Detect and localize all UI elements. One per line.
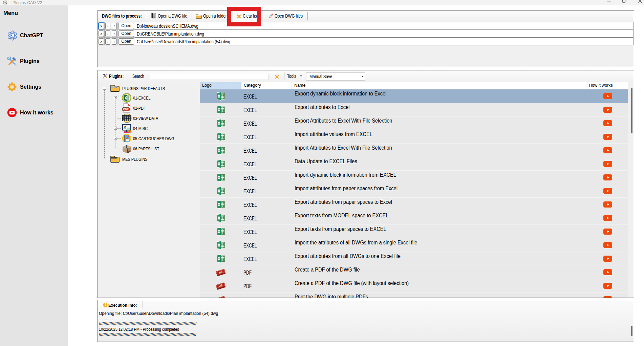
svg-text:PDF: PDF — [123, 108, 129, 111]
